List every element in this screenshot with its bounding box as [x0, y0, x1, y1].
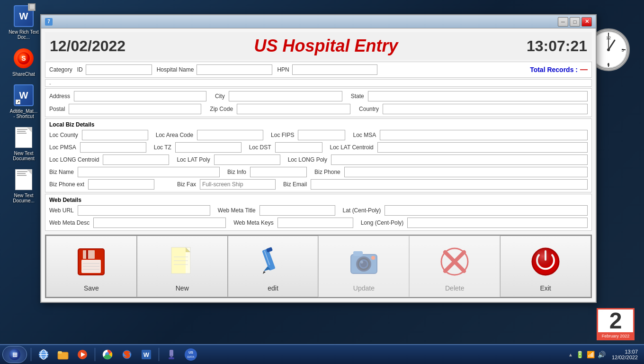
- save-button[interactable]: Save: [46, 236, 137, 297]
- web-meta-title-input[interactable]: [259, 205, 335, 216]
- desktop-icon-new-rich-text[interactable]: W New Rich Text Doc...: [5, 5, 43, 40]
- web-url-input[interactable]: [78, 205, 210, 216]
- new-button[interactable]: New: [137, 236, 228, 297]
- biz-info-input[interactable]: [250, 167, 307, 177]
- biz-row-2: Biz Phone ext Biz Fax Biz Email: [49, 179, 588, 190]
- loc-county-input[interactable]: [82, 130, 148, 140]
- title-bar-buttons: ─ □ ✕: [558, 17, 592, 27]
- biz-phone-ext-label: Biz Phone ext: [49, 181, 84, 188]
- web-meta-title-label: Web Meta Title: [218, 207, 256, 214]
- hospital-name-field-group: Hospital Name: [157, 64, 273, 75]
- biz-phone-input[interactable]: [344, 167, 588, 177]
- desktop-icon-label: New Text Document: [5, 151, 43, 161]
- loc-msa-input[interactable]: [380, 130, 588, 140]
- sharechat-icon: S: [14, 48, 34, 68]
- web-meta-keys-input[interactable]: [277, 218, 353, 228]
- minimize-button[interactable]: ─: [558, 17, 568, 27]
- local-biz-title: Local Biz Details: [49, 121, 588, 128]
- update-button[interactable]: Update: [318, 236, 409, 297]
- biz-name-input[interactable]: [78, 167, 220, 177]
- loc-lat-centroid-input[interactable]: [377, 142, 588, 153]
- taskbar-usdata-icon[interactable]: US DATA: [182, 346, 199, 363]
- save-icon: [75, 243, 108, 281]
- biz-phone-label: Biz Phone: [314, 169, 340, 175]
- loc-area-code-input[interactable]: [197, 130, 263, 140]
- address-label: Address: [49, 93, 70, 100]
- loc-row-2: Loc PMSA Loc TZ Loc DST Loc LAT Centroid: [49, 142, 588, 153]
- country-input[interactable]: [383, 104, 588, 114]
- start-button[interactable]: ⊞: [2, 346, 27, 363]
- lat-cent-poly-input[interactable]: [385, 205, 588, 216]
- taskbar-ie-icon[interactable]: [35, 346, 52, 363]
- biz-row-1: Biz Name Biz Info Biz Phone: [49, 167, 588, 177]
- taskbar-separator-1: [31, 348, 31, 361]
- desktop-icon-sharechat[interactable]: S ShareChat: [5, 47, 43, 77]
- desktop-icon-label: New Text Docume...: [5, 193, 43, 203]
- loc-lat-centroid-label: Loc LAT Centroid: [330, 144, 374, 151]
- country-label: Country: [359, 106, 379, 112]
- taskbar-time: 13:07: [612, 349, 638, 355]
- svg-point-10: [607, 48, 610, 51]
- zip-code-input[interactable]: [237, 104, 350, 114]
- taskbar-folder-icon[interactable]: [54, 346, 72, 363]
- header-title: US Hospital Entry: [254, 36, 398, 56]
- hospital-name-input[interactable]: [197, 64, 272, 75]
- lat-cent-poly-label: Lat (Cent-Poly): [343, 207, 381, 214]
- taskbar-word-icon[interactable]: W: [138, 346, 155, 363]
- exit-button[interactable]: Exit: [500, 236, 591, 297]
- biz-fax-input[interactable]: [200, 179, 276, 190]
- id-input[interactable]: [86, 64, 152, 75]
- header-time: 13:07:21: [527, 37, 587, 55]
- desktop-icon-new-text-2[interactable]: New Text Docume...: [5, 168, 43, 203]
- svg-point-71: [185, 348, 197, 361]
- address-input[interactable]: [74, 91, 206, 101]
- desktop-icon-label: New Rich Text Doc...: [5, 29, 43, 40]
- delete-button[interactable]: Delete: [409, 236, 500, 297]
- loc-long-poly-input[interactable]: [331, 155, 588, 165]
- loc-county-label: Loc County: [49, 132, 78, 138]
- svg-point-41: [360, 261, 363, 264]
- web-details-title: Web Details: [49, 197, 588, 203]
- biz-email-input[interactable]: [311, 179, 588, 190]
- loc-lat-poly-input[interactable]: [214, 155, 280, 165]
- web-row-1: Web URL Web Meta Title Lat (Cent-Poly): [49, 205, 588, 216]
- postal-input[interactable]: [69, 104, 201, 114]
- desktop-icon-label: Adtitle_Mat...- Shortcut: [10, 109, 37, 119]
- web-meta-desc-input[interactable]: [93, 218, 226, 228]
- city-input[interactable]: [229, 91, 342, 101]
- taskbar-firefox-icon[interactable]: [118, 346, 135, 363]
- desktop-icon-adtitle[interactable]: W ↗ Adtitle_Mat...- Shortcut: [5, 84, 43, 119]
- category-row: Category ID Hospital Name HPN Total: [49, 64, 588, 75]
- total-records-label: Total Records :: [530, 66, 578, 73]
- svg-text:DATA: DATA: [187, 355, 194, 358]
- header-date: 12/02/2022: [50, 37, 125, 55]
- loc-fips-input[interactable]: [298, 130, 345, 140]
- taskbar-media-icon[interactable]: [74, 346, 91, 363]
- long-cent-poly-input[interactable]: [407, 218, 588, 228]
- save-label: Save: [84, 284, 99, 292]
- loc-dst-input[interactable]: [275, 142, 322, 153]
- loc-long-centroid-input[interactable]: [103, 155, 169, 165]
- exit-label: Exit: [540, 284, 551, 292]
- loc-tz-input[interactable]: [175, 142, 242, 153]
- taskbar-usb-icon[interactable]: [163, 346, 180, 363]
- up-arrow-icon: ▲: [568, 352, 573, 357]
- delete-icon: [438, 243, 471, 281]
- loc-msa-label: Loc MSA: [353, 132, 376, 138]
- state-input[interactable]: [368, 91, 588, 101]
- svg-rect-42: [353, 251, 363, 256]
- taskbar-chrome-icon[interactable]: [99, 346, 116, 363]
- taskbar-separator-2: [95, 348, 95, 361]
- city-label: City: [215, 93, 225, 100]
- biz-phone-ext-input[interactable]: [88, 179, 154, 190]
- desktop: W New Rich Text Doc... S ShareChat: [0, 0, 644, 364]
- close-button[interactable]: ✕: [581, 17, 592, 27]
- web-url-label: Web URL: [49, 207, 74, 214]
- hpn-input[interactable]: [292, 64, 377, 75]
- total-records-group: Total Records : —: [530, 65, 588, 74]
- taskbar-separator-3: [159, 348, 159, 361]
- maximize-button[interactable]: □: [570, 17, 580, 27]
- loc-pmsa-input[interactable]: [80, 142, 146, 153]
- edit-button[interactable]: edit: [228, 236, 319, 297]
- desktop-icon-new-text-1[interactable]: New Text Document: [5, 126, 43, 161]
